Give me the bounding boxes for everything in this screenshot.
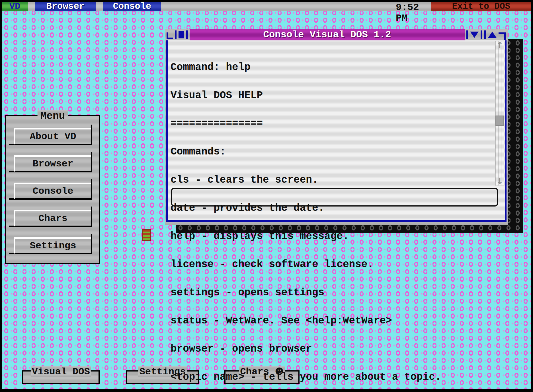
topbar-browser-button[interactable]: Browser: [35, 2, 96, 11]
console-line: help - displays this message.: [171, 232, 491, 241]
menu-button-browser[interactable]: Browser: [14, 155, 92, 172]
console-line: ===============: [171, 119, 491, 128]
console-line: status - WetWare. See <help:WetWare>: [171, 316, 491, 325]
desktop-sprite-icon[interactable]: [142, 229, 151, 241]
menu-panel-title: Menu: [38, 110, 68, 122]
titlebar-bar-icon: [481, 30, 482, 39]
titlebar-right-controls: [465, 29, 508, 40]
clock: 9:52 PM: [396, 2, 431, 24]
menu-panel: Menu About VD Browser Console Chars Sett…: [5, 115, 100, 264]
menu-button-settings[interactable]: Settings: [14, 237, 92, 254]
minimize-button[interactable]: [470, 32, 479, 38]
titlebar-corner-icon: [499, 32, 506, 40]
console-line: Visual DOS HELP: [171, 91, 491, 100]
taskbar-item-visual-dos[interactable]: Visual DOS: [22, 370, 100, 384]
topbar-separator: [96, 2, 103, 11]
titlebar-left-controls: [165, 29, 190, 40]
console-line: Command: help: [171, 63, 491, 72]
topbar-fill: 9:52 PM: [161, 2, 431, 11]
menu-button-chars[interactable]: Chars: [14, 210, 92, 227]
scrollbar-thumb[interactable]: [495, 115, 504, 126]
titlebar-bar-icon: [484, 30, 486, 39]
topbar-console-button[interactable]: Console: [103, 2, 161, 11]
window-title: Console Visual DOS 1.2: [190, 29, 465, 40]
window-menu-button[interactable]: [179, 31, 184, 38]
titlebar-corner-icon: [167, 32, 173, 39]
console-line: license - check software license.: [171, 260, 491, 269]
console-titlebar[interactable]: Console Visual DOS 1.2: [165, 29, 508, 40]
console-line: <topic name> - tells you more about a to…: [171, 372, 491, 382]
console-line: cls - clears the screen.: [171, 175, 491, 185]
top-menubar: VD Browser Console 9:52 PM Exit to DOS: [2, 2, 531, 11]
titlebar-bar-icon: [466, 30, 468, 39]
scroll-up-arrow-icon[interactable]: ↑: [495, 41, 504, 49]
console-line: browser - opens browser: [171, 344, 491, 354]
topbar-separator: [28, 2, 35, 11]
maximize-button[interactable]: [488, 32, 497, 38]
console-input[interactable]: [171, 188, 498, 207]
console-line: Commands:: [171, 147, 491, 156]
scroll-down-arrow-icon[interactable]: ↓: [495, 177, 504, 185]
menu-button-console[interactable]: Console: [14, 183, 92, 200]
desktop: VD Browser Console 9:52 PM Exit to DOS M…: [0, 0, 533, 392]
topbar-vd-button[interactable]: VD: [2, 2, 28, 11]
titlebar-bar-icon: [186, 30, 188, 39]
console-line: settings - opens settings: [171, 288, 491, 297]
taskbar-item-label: Visual DOS: [31, 366, 91, 377]
exit-to-dos-button[interactable]: Exit to DOS: [431, 2, 531, 11]
console-output: Command: help Visual DOS HELP ==========…: [171, 44, 491, 392]
console-body: Command: help Visual DOS HELP ==========…: [166, 40, 507, 222]
scrollbar[interactable]: ↑ ↓: [495, 41, 504, 185]
console-window: Console Visual DOS 1.2 Command: help Vis…: [165, 29, 508, 225]
menu-button-about-vd[interactable]: About VD: [14, 128, 92, 145]
titlebar-bar-icon: [175, 30, 177, 39]
